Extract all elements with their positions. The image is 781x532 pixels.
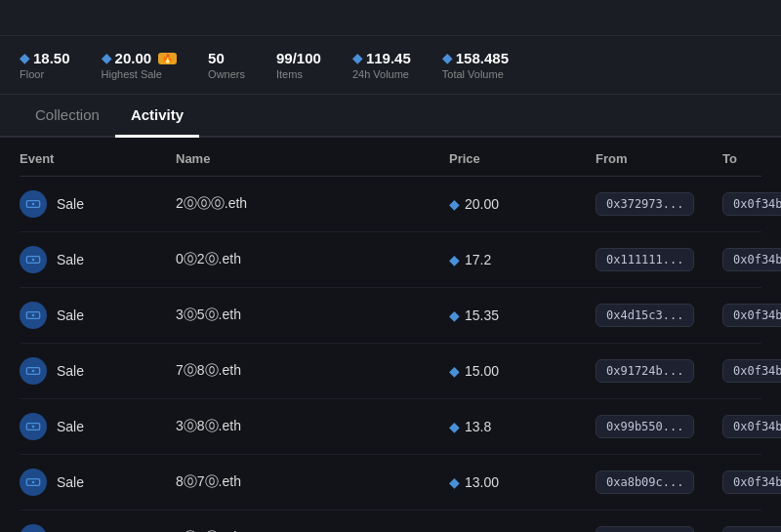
event-label: Sale	[57, 307, 84, 323]
col-header-to: To	[722, 151, 781, 166]
event-label: Sale	[57, 474, 84, 490]
price-value: 15.35	[465, 307, 499, 323]
address-badge[interactable]: 0x4d15c3...	[596, 304, 694, 327]
table-row: Sale3⓪5⓪.eth◆15.350x4d15c3...0x0f34b7...	[20, 288, 761, 344]
from-cell[interactable]: 0x372973...	[596, 192, 722, 216]
page-header	[0, 0, 781, 36]
event-label: Sale	[57, 419, 84, 434]
stat-item: ◆20.00🔥Highest Sale	[102, 50, 178, 80]
col-header-event: Event	[20, 151, 176, 166]
stat-label: Floor	[20, 68, 70, 80]
sale-icon	[20, 302, 47, 329]
address-badge[interactable]: 0xa8b09c...	[596, 471, 694, 494]
table-row: Sale0⓪2⓪.eth◆17.20x111111...0x0f34b7...	[20, 232, 761, 288]
address-badge[interactable]: 0x99b550...	[596, 415, 694, 438]
address-badge[interactable]: 0x0f34b7...	[722, 304, 781, 327]
event-cell: Sale	[20, 246, 176, 273]
stat-item: 50Owners	[208, 50, 245, 80]
stat-label: Owners	[208, 68, 245, 80]
address-badge[interactable]: 0x33bb36...	[596, 526, 694, 532]
tabs: CollectionActivity	[0, 95, 781, 138]
sale-icon	[20, 357, 47, 385]
event-cell: Sale	[20, 469, 176, 496]
event-label: Sale	[57, 196, 84, 212]
to-cell[interactable]: 0x0f34b7...	[722, 471, 781, 494]
svg-point-0	[32, 203, 35, 206]
price-cell: ◆20.00	[449, 196, 596, 212]
from-cell[interactable]: 0x4d15c3...	[596, 304, 722, 327]
address-badge[interactable]: 0x0f34b7...	[722, 471, 781, 494]
eth-icon: ◆	[20, 51, 29, 65]
col-header-from: From	[596, 151, 722, 166]
name-cell[interactable]: 3⓪5⓪.eth	[176, 307, 449, 324]
sale-icon	[20, 246, 47, 273]
event-cell: Sale	[20, 524, 176, 532]
address-badge[interactable]: 0x0f34b7...	[722, 248, 781, 271]
stat-item: ◆158.485Total Volume	[442, 50, 509, 80]
to-cell[interactable]: 0x0f34b7...	[722, 526, 781, 532]
address-badge[interactable]: 0x111111...	[596, 248, 694, 271]
address-badge[interactable]: 0x0f34b7...	[722, 359, 781, 383]
price-cell: ◆17.2	[449, 252, 596, 267]
address-badge[interactable]: 0x0f34b7...	[722, 415, 781, 438]
stat-label: Items	[276, 68, 321, 80]
from-cell[interactable]: 0xa8b09c...	[596, 471, 722, 494]
event-cell: Sale	[20, 413, 176, 440]
stat-item: 99/100Items	[276, 50, 321, 80]
to-cell[interactable]: 0x0f34b7...	[722, 304, 781, 327]
price-value: 15.00	[465, 363, 499, 379]
from-cell[interactable]: 0x91724b...	[596, 359, 722, 383]
to-cell[interactable]: 0x0f34b7...	[722, 415, 781, 438]
table-header: EventNamePriceFromTo	[20, 138, 761, 177]
address-badge[interactable]: 0x91724b...	[596, 359, 694, 383]
eth-icon: ◆	[442, 51, 452, 65]
address-badge[interactable]: 0x0f34b7...	[722, 526, 781, 532]
name-cell[interactable]: 8⓪7⓪.eth	[176, 473, 449, 491]
price-cell: ◆15.35	[449, 307, 596, 323]
price-value: 17.2	[465, 252, 491, 267]
table-row: Sale7⓪2⓪.eth◆7.000x33bb36...0x0f34b7...	[20, 511, 761, 532]
name-cell[interactable]: 3⓪8⓪.eth	[176, 418, 449, 435]
table-row: Sale8⓪7⓪.eth◆13.000xa8b09c...0x0f34b7...	[20, 455, 761, 511]
from-cell[interactable]: 0x33bb36...	[596, 526, 722, 532]
stat-value: ◆158.485	[442, 50, 509, 66]
col-header-price: Price	[449, 151, 596, 166]
event-label: Sale	[57, 363, 84, 379]
table-row: Sale7⓪8⓪.eth◆15.000x91724b...0x0f34b7...	[20, 344, 761, 399]
eth-icon: ◆	[449, 419, 460, 434]
to-cell[interactable]: 0x0f34b7...	[722, 192, 781, 216]
col-header-name: Name	[176, 151, 449, 166]
stat-badge: 🔥	[158, 53, 177, 64]
tab-collection[interactable]: Collection	[20, 95, 115, 138]
stat-label: 24h Volume	[352, 68, 411, 80]
stat-value: ◆20.00🔥	[102, 50, 178, 66]
table-row: Sale2⓪⓪⓪.eth◆20.000x372973...0x0f34b7...	[20, 177, 761, 232]
from-cell[interactable]: 0x99b550...	[596, 415, 722, 438]
address-badge[interactable]: 0x372973...	[596, 192, 694, 216]
eth-icon: ◆	[449, 307, 460, 323]
price-cell: ◆13.8	[449, 419, 596, 434]
svg-point-3	[32, 370, 35, 373]
eth-icon: ◆	[449, 474, 460, 490]
to-cell[interactable]: 0x0f34b7...	[722, 248, 781, 271]
sale-icon	[20, 524, 47, 532]
sale-icon	[20, 413, 47, 440]
stat-value: ◆119.45	[352, 50, 411, 66]
event-cell: Sale	[20, 302, 176, 329]
svg-point-1	[32, 259, 35, 262]
stat-item: ◆119.4524h Volume	[352, 50, 411, 80]
to-cell[interactable]: 0x0f34b7...	[722, 359, 781, 383]
svg-point-2	[32, 314, 35, 317]
price-value: 13.00	[465, 474, 499, 490]
name-cell[interactable]: 2⓪⓪⓪.eth	[176, 195, 449, 213]
eth-icon: ◆	[449, 363, 460, 379]
svg-point-5	[32, 481, 35, 484]
tab-activity[interactable]: Activity	[115, 95, 199, 138]
event-label: Sale	[57, 252, 84, 267]
name-cell[interactable]: 0⓪2⓪.eth	[176, 251, 449, 268]
from-cell[interactable]: 0x111111...	[596, 248, 722, 271]
address-badge[interactable]: 0x0f34b7...	[722, 192, 781, 216]
name-cell[interactable]: 7⓪8⓪.eth	[176, 362, 449, 380]
stat-item: ◆18.50Floor	[20, 50, 70, 80]
table-row: Sale3⓪8⓪.eth◆13.80x99b550...0x0f34b7...	[20, 399, 761, 455]
